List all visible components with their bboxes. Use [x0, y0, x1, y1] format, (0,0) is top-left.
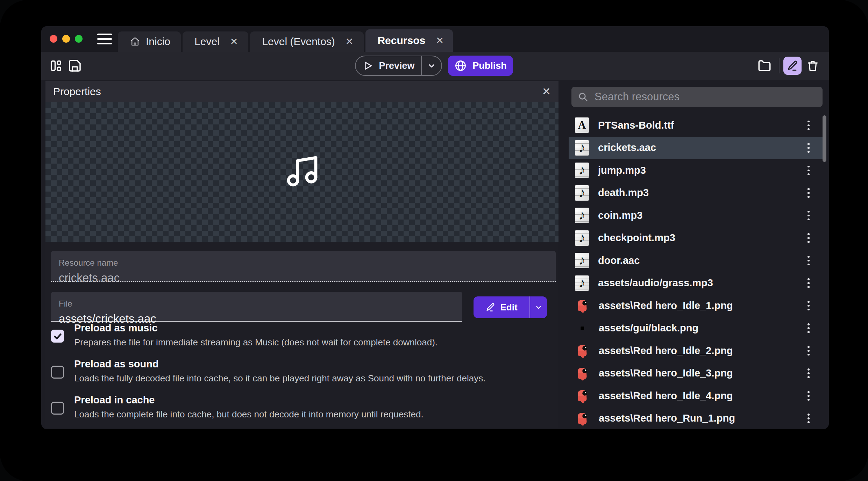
resource-options-menu-button[interactable]: [802, 163, 816, 178]
save-icon: [68, 59, 82, 73]
resource-options-menu-button[interactable]: [802, 298, 816, 313]
resource-options-menu-button[interactable]: [802, 140, 816, 156]
pencil-icon: [485, 302, 495, 312]
properties-header: Properties ✕: [45, 81, 558, 102]
preload-option-row: Preload as sound Loads the fully decoded…: [51, 358, 486, 384]
resource-options-menu-button[interactable]: [802, 388, 816, 403]
resource-list-item[interactable]: assets\Red hero_Idle_4.png: [569, 385, 824, 407]
resource-list-item[interactable]: ♪ death.mp3: [569, 182, 824, 204]
resource-name: crickets.aac: [598, 142, 656, 153]
tab-close-icon[interactable]: ✕: [436, 36, 444, 45]
tab[interactable]: Level (Eventos) ✕: [250, 31, 364, 52]
audio-file-icon: ♪: [575, 185, 589, 201]
resource-options-menu-button[interactable]: [802, 230, 816, 246]
chevron-down-icon: [427, 61, 436, 70]
resource-list-item[interactable]: assets/gui/black.png: [569, 317, 824, 340]
edit-mode-button[interactable]: [783, 57, 802, 75]
resource-list-item[interactable]: ♪ jump.mp3: [569, 159, 824, 182]
resource-list-item[interactable]: assets\Red hero_Idle_3.png: [569, 362, 824, 385]
resource-list-item[interactable]: assets\Red hero_Idle_1.png: [569, 294, 824, 317]
red-hero-sprite-icon: [575, 298, 590, 313]
toolbar: Preview Publish: [41, 52, 829, 80]
screen-background: Inicio Level ✕ Level (Eventos) ✕ Recurso…: [0, 0, 868, 481]
app-window: Inicio Level ✕ Level (Eventos) ✕ Recurso…: [41, 26, 829, 429]
red-hero-sprite-icon: [575, 388, 590, 403]
resource-name: PTSans-Bold.ttf: [598, 120, 674, 131]
resource-list-item[interactable]: ♪ crickets.aac: [569, 137, 824, 159]
zoom-window-button[interactable]: [75, 35, 83, 43]
preview-options-button[interactable]: [422, 56, 441, 75]
tab-close-icon[interactable]: ✕: [230, 37, 238, 46]
resource-options-menu-button[interactable]: [802, 185, 816, 201]
search-icon: [578, 92, 588, 102]
edit-split-button: Edit: [474, 296, 547, 318]
audio-file-icon: ♪: [575, 253, 589, 268]
properties-title: Properties: [53, 86, 101, 98]
resource-name-field[interactable]: Resource name crickets.aac: [51, 251, 556, 282]
resource-list-item[interactable]: assets\Red hero_Run_1.png: [569, 407, 824, 430]
publish-button[interactable]: Publish: [448, 56, 513, 76]
publish-label: Publish: [472, 60, 507, 71]
resource-options-menu-button[interactable]: [802, 275, 816, 291]
toggle-panels-button[interactable]: [48, 58, 64, 73]
resource-options-menu-button[interactable]: [802, 208, 816, 223]
resource-list-item[interactable]: assets\Red hero_Idle_2.png: [569, 339, 824, 362]
preload-checkbox[interactable]: [51, 366, 64, 379]
resource-options-menu-button[interactable]: [802, 411, 816, 426]
resource-list-item[interactable]: ♪ coin.mp3: [569, 204, 824, 227]
file-label: File: [59, 299, 455, 309]
resource-list-scrollbar[interactable]: [823, 115, 826, 162]
minimize-window-button[interactable]: [62, 35, 70, 43]
edit-button[interactable]: Edit: [474, 296, 529, 318]
trash-icon: [806, 59, 819, 72]
tab[interactable]: Level ✕: [183, 31, 248, 52]
folder-icon: [757, 58, 772, 73]
globe-icon: [454, 59, 467, 72]
resource-options-menu-button[interactable]: [802, 321, 816, 336]
tab-close-icon[interactable]: ✕: [346, 37, 354, 46]
resource-name: coin.mp3: [598, 210, 642, 221]
resource-name-value: crickets.aac: [59, 271, 548, 285]
preload-checkbox[interactable]: [51, 402, 64, 415]
delete-button[interactable]: [805, 58, 820, 73]
pencil-icon: [787, 60, 798, 72]
file-field[interactable]: File assets/crickets.aac: [51, 292, 462, 322]
preload-option-description: Loads the fully decoded file into cache,…: [74, 373, 486, 384]
preload-option-row: Preload in cache Loads the complete file…: [51, 394, 424, 420]
resource-options-menu-button[interactable]: [802, 117, 816, 133]
resource-name: death.mp3: [598, 187, 649, 199]
resource-options-menu-button[interactable]: [802, 253, 816, 268]
preview-split-button: Preview: [355, 56, 442, 76]
resource-list-item[interactable]: A PTSans-Bold.ttf: [569, 114, 824, 137]
resource-name: door.aac: [598, 255, 640, 266]
resource-preview-area: [45, 102, 558, 242]
search-resources-input[interactable]: [595, 91, 816, 103]
resource-list-item[interactable]: ♪ door.aac: [569, 249, 824, 272]
tab-label: Level (Eventos): [262, 36, 335, 48]
preload-option-description: Prepares the file for immediate streamin…: [74, 337, 437, 348]
music-note-icon: [284, 153, 320, 191]
close-window-button[interactable]: [50, 35, 57, 43]
main-menu-button[interactable]: [97, 34, 112, 44]
edit-options-button[interactable]: [530, 296, 547, 318]
save-button[interactable]: [67, 58, 83, 73]
resource-list: A PTSans-Bold.ttf ♪ crickets.aac ♪: [569, 114, 824, 429]
resource-options-menu-button[interactable]: [802, 366, 816, 381]
open-folder-button[interactable]: [757, 58, 772, 73]
resource-list-item[interactable]: ♪ checkpoint.mp3: [569, 227, 824, 250]
tab[interactable]: Inicio: [118, 31, 181, 52]
black-image-icon: [575, 321, 590, 336]
preview-button[interactable]: Preview: [356, 56, 421, 75]
audio-file-icon: ♪: [575, 230, 589, 246]
resource-name: jump.mp3: [598, 165, 646, 176]
tab-label: Recursos: [377, 35, 425, 46]
resource-list-item[interactable]: ♪ assets/audio/grass.mp3: [569, 272, 824, 295]
edit-label: Edit: [500, 302, 517, 313]
resource-name: assets\Red hero_Idle_4.png: [599, 390, 733, 402]
resource-options-menu-button[interactable]: [802, 343, 816, 358]
preload-option-label: Preload as sound: [74, 358, 486, 370]
tab[interactable]: Recursos ✕: [365, 29, 453, 52]
resource-name: assets/gui/black.png: [599, 322, 698, 334]
properties-close-icon[interactable]: ✕: [542, 86, 551, 97]
preload-checkbox[interactable]: [51, 330, 64, 343]
